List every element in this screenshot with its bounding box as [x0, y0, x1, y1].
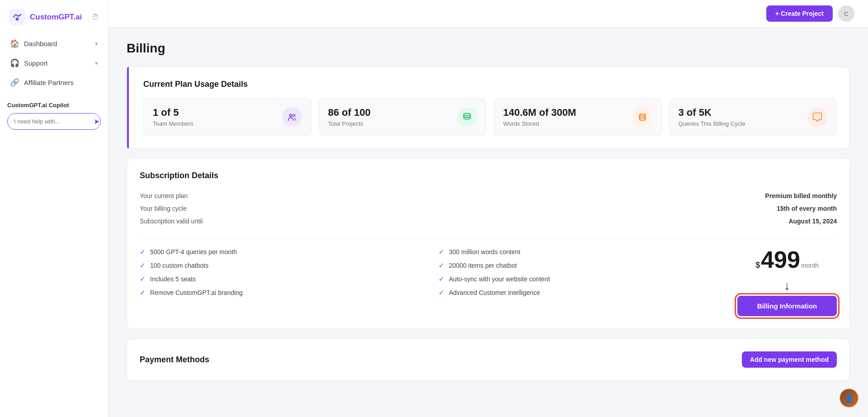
total-projects-icon — [457, 107, 477, 127]
feature-label: 20000 items per chatbot — [449, 262, 517, 269]
features-right: ✓ 300 million words content ✓ 20000 item… — [439, 248, 719, 302]
words-stored-icon — [632, 107, 652, 127]
subscription-card: Subscription Details Your current plan Y… — [127, 158, 850, 329]
price-month: month — [801, 262, 819, 269]
sidebar-item-dashboard[interactable]: 🏠 Dashboard ▾ — [5, 34, 104, 53]
clock-icon[interactable]: ⏱ — [92, 13, 99, 21]
words-stored-info: 140.6M of 300M Words Stored — [503, 107, 576, 127]
svg-point-2 — [16, 18, 19, 20]
total-projects-info: 86 of 100 Total Projects — [328, 107, 371, 127]
words-stored-card: 140.6M of 300M Words Stored — [494, 98, 662, 136]
create-project-button[interactable]: + Create Project — [766, 5, 833, 22]
team-members-number: 1 of 5 — [153, 107, 193, 118]
total-projects-card: 86 of 100 Total Projects — [319, 98, 487, 136]
add-payment-button[interactable]: Add new payment method — [742, 351, 837, 368]
check-icon: ✓ — [140, 248, 146, 256]
feature-item: ✓ Advanced Customer Intelligence — [439, 289, 719, 297]
feature-item: ✓ 5000 GPT-4 queries per month — [140, 248, 420, 256]
billing-cycle-value: 15th of every month — [765, 202, 837, 215]
subscription-title: Subscription Details — [140, 171, 837, 180]
payment-methods-card: Payment Methods Add new payment method — [127, 338, 850, 381]
payment-methods-title: Payment Methods — [140, 355, 209, 365]
feature-label: 5000 GPT-4 queries per month — [150, 248, 237, 256]
page-title: Billing — [127, 41, 850, 56]
price-main: 499 — [761, 248, 800, 271]
sidebar-navigation: 🏠 Dashboard ▾ 🎧 Support ▾ 🔗 Affiliate Pa… — [0, 34, 108, 93]
page-content: Billing Current Plan Usage Details 1 of … — [108, 28, 868, 403]
feature-item: ✓ Remove CustomGPT.ai branding — [140, 289, 420, 297]
chevron-down-icon: ▾ — [95, 60, 98, 66]
chevron-down-icon: ▾ — [95, 40, 98, 47]
sidebar: CustomGPT.ai ⏱ 🏠 Dashboard ▾ 🎧 Support ▾… — [0, 0, 108, 417]
check-icon: ✓ — [140, 275, 146, 283]
sidebar-item-affiliate[interactable]: 🔗 Affiliate Partners — [5, 73, 104, 92]
price-dollar: $ — [755, 261, 760, 270]
copilot-input-wrap: ➤ — [7, 113, 101, 130]
check-icon: ✓ — [140, 261, 146, 270]
feature-item: ✓ Auto-sync with your website content — [439, 275, 719, 283]
team-members-icon — [282, 107, 302, 127]
team-members-card: 1 of 5 Team Members — [143, 98, 311, 136]
home-icon: 🏠 — [10, 39, 19, 48]
current-plan-title: Current Plan Usage Details — [143, 80, 837, 89]
logo-area: CustomGPT.ai ⏱ — [0, 9, 108, 34]
feature-label: 300 million words content — [449, 248, 520, 256]
logo-text: CustomGPT.ai — [30, 13, 82, 22]
features-left: ✓ 5000 GPT-4 queries per month ✓ 100 cus… — [140, 248, 420, 302]
feature-item: ✓ 300 million words content — [439, 248, 719, 256]
divider — [140, 238, 837, 239]
svg-point-4 — [293, 114, 295, 117]
valid-until-label: Subscription valid until — [140, 215, 203, 227]
feature-label: Auto-sync with your website content — [449, 275, 550, 283]
check-icon: ✓ — [439, 289, 444, 297]
sidebar-item-label: Dashboard — [24, 40, 57, 47]
total-projects-number: 86 of 100 — [328, 107, 371, 118]
valid-until-value: August 15, 2024 — [765, 215, 837, 227]
copilot-section: CustomGPT.ai Copilot ➤ — [0, 93, 108, 130]
svg-point-5 — [464, 113, 471, 116]
billing-information-button[interactable]: Billing Information — [737, 296, 837, 316]
words-stored-label: Words Stored — [503, 120, 576, 127]
usage-grid: 1 of 5 Team Members 86 of 100 Total Proj… — [143, 98, 837, 136]
copilot-input[interactable] — [14, 118, 90, 125]
sidebar-item-label: Support — [24, 59, 48, 67]
feature-item: ✓ 100 custom chatbots — [140, 261, 420, 270]
check-icon: ✓ — [439, 261, 444, 270]
arrow-down-icon: ↓ — [784, 280, 790, 292]
current-plan-label: Your current plan — [140, 190, 203, 202]
feature-label: 100 custom chatbots — [150, 262, 208, 269]
subscription-meta: Your current plan Your billing cycle Sub… — [140, 190, 837, 227]
check-icon: ✓ — [140, 289, 146, 297]
bottom-user-avatar[interactable]: 👤 — [839, 388, 859, 408]
billing-cycle-label: Your billing cycle — [140, 202, 203, 215]
left-accent-decoration — [127, 67, 129, 148]
svg-point-6 — [639, 114, 645, 116]
logo-icon — [9, 9, 25, 25]
queries-card: 3 of 5K Queries This Billing Cycle — [669, 98, 837, 136]
total-projects-label: Total Projects — [328, 120, 371, 127]
payment-header: Payment Methods Add new payment method — [140, 351, 837, 368]
team-members-label: Team Members — [153, 120, 193, 127]
send-icon[interactable]: ➤ — [94, 117, 99, 126]
copilot-label: CustomGPT.ai Copilot — [7, 102, 101, 109]
feature-item: ✓ Includes 5 seats — [140, 275, 420, 283]
check-icon: ✓ — [439, 275, 444, 283]
top-bar: + Create Project C — [108, 0, 868, 28]
svg-point-3 — [289, 114, 292, 117]
main-content: + Create Project C Billing Current Plan … — [108, 0, 868, 417]
check-icon: ✓ — [439, 248, 444, 256]
features-price-row: ✓ 5000 GPT-4 queries per month ✓ 100 cus… — [140, 248, 837, 316]
user-avatar[interactable]: C — [838, 5, 854, 22]
queries-number: 3 of 5K — [679, 107, 745, 118]
price-action: $ 499 month ↓ Billing Information — [737, 248, 837, 316]
price-display: $ 499 month — [755, 248, 819, 271]
current-plan-value: Premium billed monthly — [765, 190, 837, 202]
queries-icon — [807, 107, 827, 127]
team-members-info: 1 of 5 Team Members — [153, 107, 193, 127]
support-icon: 🎧 — [10, 58, 19, 68]
sidebar-item-label: Affiliate Partners — [24, 79, 74, 86]
sidebar-item-support[interactable]: 🎧 Support ▾ — [5, 54, 104, 72]
affiliate-icon: 🔗 — [10, 78, 19, 87]
queries-label: Queries This Billing Cycle — [679, 120, 745, 127]
current-plan-card: Current Plan Usage Details 1 of 5 Team M… — [127, 66, 850, 149]
